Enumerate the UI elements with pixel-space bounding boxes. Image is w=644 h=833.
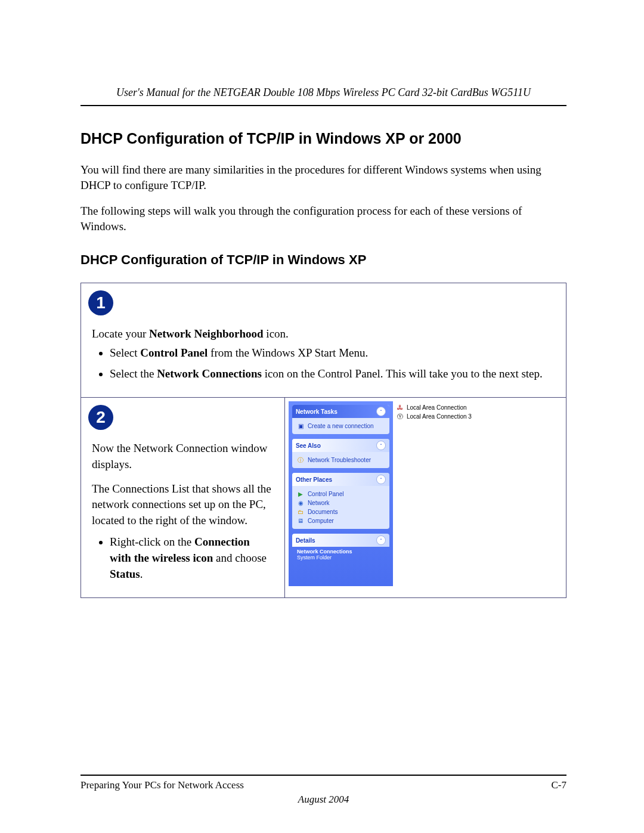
info-icon: ⓘ: [297, 456, 305, 464]
text: Now the Network Connection window displa…: [92, 441, 274, 472]
xp-panel-header[interactable]: Details ˆ: [292, 534, 389, 547]
bold-text: Network Connections: [157, 367, 262, 380]
connection-item[interactable]: 🖧 Local Area Connection: [397, 404, 559, 411]
footer-rule: [80, 775, 566, 776]
step-number-badge: 2: [88, 405, 113, 430]
collapse-icon[interactable]: ˆ: [376, 475, 386, 484]
text: The Connections List that shows all the …: [92, 481, 274, 529]
collapse-icon[interactable]: ˆ: [376, 535, 386, 545]
xp-task-pane: Network Tasks ˆ ▣ Create a new connectio…: [289, 401, 393, 586]
xp-panel-body: ▣ Create a new connection: [292, 418, 389, 434]
link-label: Documents: [308, 509, 338, 515]
bullet-list: Right-click on the Connection with the w…: [92, 534, 274, 582]
step-cell: 1 Locate your Network Neighborhood icon.…: [81, 283, 566, 398]
body-paragraph: You will find there are many similaritie…: [80, 162, 566, 193]
text: Right-click on the: [110, 535, 194, 548]
xp-panel-body: Network Connections System Folder: [292, 547, 389, 565]
network-wizard-icon: ▣: [297, 422, 305, 430]
xp-panel-header[interactable]: See Also ˆ: [292, 439, 389, 452]
xp-link-create-connection[interactable]: ▣ Create a new connection: [297, 422, 385, 430]
footer-section-name: Preparing Your PCs for Network Access: [80, 779, 244, 791]
collapse-icon[interactable]: ˆ: [376, 441, 386, 450]
footer-page-number: C-7: [552, 779, 567, 791]
link-label: Computer: [308, 518, 334, 524]
text: and choose: [213, 552, 267, 564]
footer-line: Preparing Your PCs for Network Access C-…: [80, 779, 566, 791]
xp-panel-details: Details ˆ Network Connections System Fol…: [292, 534, 389, 565]
xp-connections-list: 🖧 Local Area Connection Ⓨ Local Area Con…: [393, 401, 562, 586]
folder-icon: 🗀: [297, 508, 305, 516]
xp-link-documents[interactable]: 🗀 Documents: [297, 508, 385, 516]
details-title: Network Connections: [297, 549, 385, 555]
collapse-icon[interactable]: ˆ: [376, 407, 386, 416]
network-places-icon: ◉: [297, 499, 305, 507]
control-panel-icon: ▶: [297, 490, 305, 498]
xp-panel-title: Network Tasks: [296, 408, 338, 415]
text: Select: [110, 346, 140, 359]
xp-panel-body: ▶ Control Panel ◉ Network 🗀 Documents: [292, 486, 389, 529]
xp-network-connections-screenshot: Network Tasks ˆ ▣ Create a new connectio…: [289, 401, 562, 586]
steps-table: 1 Locate your Network Neighborhood icon.…: [80, 283, 566, 599]
connection-label: Local Area Connection 3: [407, 413, 472, 420]
xp-panel-network-tasks: Network Tasks ˆ ▣ Create a new connectio…: [292, 405, 389, 434]
step-cell: 2 Now the Network Connection window disp…: [81, 398, 285, 598]
text: icon.: [264, 327, 289, 340]
connection-label: Local Area Connection: [407, 404, 467, 411]
text: Locate your: [92, 327, 149, 340]
bold-text: Network Neighborhood: [149, 327, 264, 340]
body-paragraph: The following steps will walk you throug…: [80, 203, 566, 234]
bullet-list: Select Control Panel from the Windows XP…: [92, 345, 555, 382]
text: Select the: [110, 367, 157, 380]
bold-text: Control Panel: [140, 346, 208, 359]
details-subtitle: System Folder: [297, 555, 332, 561]
list-item: Select the Network Connections icon on t…: [110, 366, 555, 382]
list-item: Right-click on the Connection with the w…: [110, 534, 274, 582]
link-label: Network Troubleshooter: [308, 457, 371, 463]
xp-link-network[interactable]: ◉ Network: [297, 499, 385, 507]
xp-link-computer[interactable]: 🖥 Computer: [297, 517, 385, 525]
step-body: Locate your Network Neighborhood icon. S…: [92, 326, 555, 382]
connection-item[interactable]: Ⓨ Local Area Connection 3: [397, 413, 559, 420]
text: from the Windows XP Start Menu.: [208, 346, 368, 359]
xp-panel-body: ⓘ Network Troubleshooter: [292, 452, 389, 468]
link-label: Control Panel: [308, 491, 344, 497]
xp-panel-title: See Also: [296, 442, 321, 449]
document-page: User's Manual for the NETGEAR Double 108…: [0, 0, 644, 833]
computer-icon: 🖥: [297, 517, 305, 525]
xp-link-troubleshooter[interactable]: ⓘ Network Troubleshooter: [297, 456, 385, 464]
list-item: Select Control Panel from the Windows XP…: [110, 345, 555, 361]
step-body: Now the Network Connection window displa…: [92, 441, 274, 582]
xp-panel-header[interactable]: Network Tasks ˆ: [292, 405, 389, 418]
screenshot-cell: Network Tasks ˆ ▣ Create a new connectio…: [284, 398, 566, 598]
heading-level-2: DHCP Configuration of TCP/IP in Windows …: [80, 252, 566, 268]
xp-panel-see-also: See Also ˆ ⓘ Network Troubleshooter: [292, 439, 389, 468]
lan-connection-icon: Ⓨ: [397, 413, 404, 420]
step-number-badge: 1: [88, 290, 113, 315]
bold-text: Status: [110, 568, 140, 580]
xp-panel-title: Other Places: [296, 476, 332, 483]
footer-date: August 2004: [80, 794, 566, 806]
xp-panel-title: Details: [296, 537, 315, 544]
text: .: [140, 568, 143, 580]
text: icon on the Control Panel. This will tak…: [262, 367, 543, 380]
xp-panel-other-places: Other Places ˆ ▶ Control Panel ◉: [292, 473, 389, 529]
xp-link-control-panel[interactable]: ▶ Control Panel: [297, 490, 385, 498]
link-label: Create a new connection: [308, 423, 374, 429]
link-label: Network: [308, 500, 330, 506]
running-header: User's Manual for the NETGEAR Double 108…: [80, 86, 566, 106]
xp-panel-header[interactable]: Other Places ˆ: [292, 473, 389, 486]
heading-level-1: DHCP Configuration of TCP/IP in Windows …: [80, 130, 566, 147]
lan-connection-icon: 🖧: [397, 404, 404, 411]
